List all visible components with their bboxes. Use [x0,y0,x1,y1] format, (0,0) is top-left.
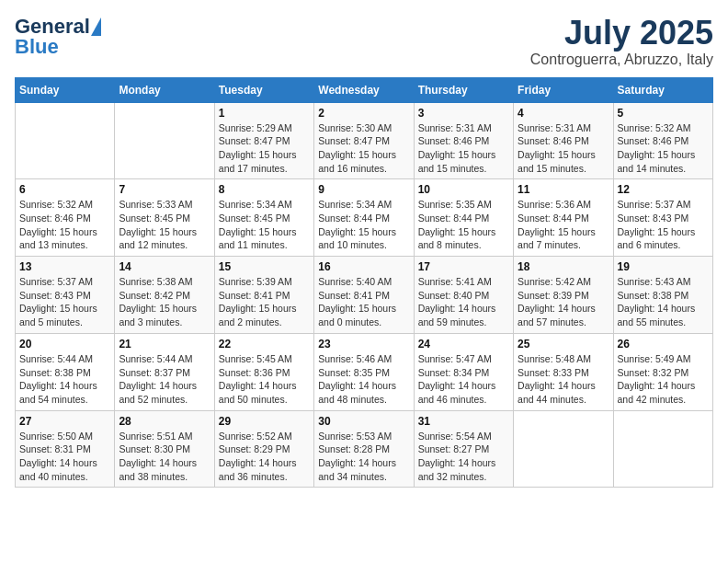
cell-content: Sunrise: 5:53 AMSunset: 8:28 PMDaylight:… [318,430,409,484]
calendar-table: SundayMondayTuesdayWednesdayThursdayFrid… [15,77,713,488]
calendar-cell: 31Sunrise: 5:54 AMSunset: 8:27 PMDayligh… [414,410,513,488]
day-number: 19 [618,260,709,273]
weekday-wednesday: Wednesday [314,77,414,102]
calendar-cell [16,102,115,179]
day-number: 9 [318,183,409,196]
calendar-cell: 19Sunrise: 5:43 AMSunset: 8:38 PMDayligh… [613,257,712,334]
day-number: 14 [119,260,210,273]
cell-content: Sunrise: 5:29 AMSunset: 8:47 PMDaylight:… [219,121,310,176]
calendar-cell: 15Sunrise: 5:39 AMSunset: 8:41 PMDayligh… [214,257,313,334]
day-number: 17 [418,260,509,273]
week-row-2: 6Sunrise: 5:32 AMSunset: 8:46 PMDaylight… [16,179,713,257]
calendar-cell [115,102,214,179]
day-number: 11 [518,183,609,196]
calendar-cell: 25Sunrise: 5:48 AMSunset: 8:33 PMDayligh… [514,333,613,410]
calendar-cell: 10Sunrise: 5:35 AMSunset: 8:44 PMDayligh… [414,179,513,257]
logo-blue-text: Blue [15,35,59,59]
title-block: July 2025 Controguerra, Abruzzo, Italy [530,15,713,68]
day-number: 4 [518,107,609,120]
page-header: General Blue July 2025 Controguerra, Abr… [15,15,713,68]
day-number: 15 [219,260,310,273]
calendar-cell: 2Sunrise: 5:30 AMSunset: 8:47 PMDaylight… [314,102,414,179]
cell-content: Sunrise: 5:32 AMSunset: 8:46 PMDaylight:… [19,198,110,252]
day-number: 30 [318,415,409,428]
day-number: 21 [119,338,210,350]
day-number: 27 [19,415,110,428]
calendar-cell: 6Sunrise: 5:32 AMSunset: 8:46 PMDaylight… [16,179,115,257]
day-number: 26 [618,338,709,350]
week-row-5: 27Sunrise: 5:50 AMSunset: 8:31 PMDayligh… [16,410,713,488]
calendar-cell: 1Sunrise: 5:29 AMSunset: 8:47 PMDaylight… [214,102,313,179]
cell-content: Sunrise: 5:36 AMSunset: 8:44 PMDaylight:… [518,198,609,252]
cell-content: Sunrise: 5:43 AMSunset: 8:38 PMDaylight:… [618,275,709,329]
day-number: 22 [219,338,310,350]
week-row-3: 13Sunrise: 5:37 AMSunset: 8:43 PMDayligh… [16,257,713,334]
cell-content: Sunrise: 5:35 AMSunset: 8:44 PMDaylight:… [418,198,509,252]
day-number: 5 [618,107,709,120]
weekday-friday: Friday [514,77,613,102]
day-number: 29 [219,415,310,428]
calendar-cell: 16Sunrise: 5:40 AMSunset: 8:41 PMDayligh… [314,257,414,334]
cell-content: Sunrise: 5:38 AMSunset: 8:42 PMDaylight:… [119,275,210,329]
page-subtitle: Controguerra, Abruzzo, Italy [530,52,713,68]
calendar-cell: 8Sunrise: 5:34 AMSunset: 8:45 PMDaylight… [214,179,313,257]
cell-content: Sunrise: 5:42 AMSunset: 8:39 PMDaylight:… [518,275,609,329]
calendar-cell: 27Sunrise: 5:50 AMSunset: 8:31 PMDayligh… [16,410,115,488]
cell-content: Sunrise: 5:41 AMSunset: 8:40 PMDaylight:… [418,275,509,329]
day-number: 13 [19,260,110,273]
day-number: 3 [418,107,509,120]
calendar-cell: 9Sunrise: 5:34 AMSunset: 8:44 PMDaylight… [314,179,414,257]
cell-content: Sunrise: 5:39 AMSunset: 8:41 PMDaylight:… [219,275,310,329]
calendar-cell: 23Sunrise: 5:46 AMSunset: 8:35 PMDayligh… [314,333,414,410]
calendar-cell: 3Sunrise: 5:31 AMSunset: 8:46 PMDaylight… [414,102,513,179]
day-number: 25 [518,338,609,350]
calendar-cell: 20Sunrise: 5:44 AMSunset: 8:38 PMDayligh… [16,333,115,410]
cell-content: Sunrise: 5:33 AMSunset: 8:45 PMDaylight:… [119,198,210,252]
calendar-cell: 17Sunrise: 5:41 AMSunset: 8:40 PMDayligh… [414,257,513,334]
day-number: 7 [119,183,210,196]
day-number: 1 [219,107,310,120]
weekday-tuesday: Tuesday [214,77,313,102]
day-number: 6 [19,183,110,196]
weekday-thursday: Thursday [414,77,513,102]
day-number: 28 [119,415,210,428]
week-row-1: 1Sunrise: 5:29 AMSunset: 8:47 PMDaylight… [16,102,713,179]
cell-content: Sunrise: 5:50 AMSunset: 8:31 PMDaylight:… [19,430,110,484]
day-number: 31 [418,415,509,428]
cell-content: Sunrise: 5:32 AMSunset: 8:46 PMDaylight:… [618,121,709,176]
cell-content: Sunrise: 5:54 AMSunset: 8:27 PMDaylight:… [418,430,509,484]
cell-content: Sunrise: 5:49 AMSunset: 8:32 PMDaylight:… [618,352,709,407]
week-row-4: 20Sunrise: 5:44 AMSunset: 8:38 PMDayligh… [16,333,713,410]
cell-content: Sunrise: 5:37 AMSunset: 8:43 PMDaylight:… [618,198,709,252]
cell-content: Sunrise: 5:47 AMSunset: 8:34 PMDaylight:… [418,352,509,407]
calendar-cell: 30Sunrise: 5:53 AMSunset: 8:28 PMDayligh… [314,410,414,488]
calendar-cell: 26Sunrise: 5:49 AMSunset: 8:32 PMDayligh… [613,333,712,410]
cell-content: Sunrise: 5:31 AMSunset: 8:46 PMDaylight:… [418,121,509,176]
cell-content: Sunrise: 5:34 AMSunset: 8:45 PMDaylight:… [219,198,310,252]
day-number: 10 [418,183,509,196]
day-number: 24 [418,338,509,350]
cell-content: Sunrise: 5:34 AMSunset: 8:44 PMDaylight:… [318,198,409,252]
day-number: 20 [19,338,110,350]
cell-content: Sunrise: 5:31 AMSunset: 8:46 PMDaylight:… [518,121,609,176]
calendar-cell: 28Sunrise: 5:51 AMSunset: 8:30 PMDayligh… [115,410,214,488]
weekday-saturday: Saturday [613,77,712,102]
cell-content: Sunrise: 5:37 AMSunset: 8:43 PMDaylight:… [19,275,110,329]
calendar-cell: 21Sunrise: 5:44 AMSunset: 8:37 PMDayligh… [115,333,214,410]
cell-content: Sunrise: 5:30 AMSunset: 8:47 PMDaylight:… [318,121,409,176]
calendar-cell: 5Sunrise: 5:32 AMSunset: 8:46 PMDaylight… [613,102,712,179]
calendar-cell: 12Sunrise: 5:37 AMSunset: 8:43 PMDayligh… [613,179,712,257]
calendar-cell: 11Sunrise: 5:36 AMSunset: 8:44 PMDayligh… [514,179,613,257]
calendar-cell: 4Sunrise: 5:31 AMSunset: 8:46 PMDaylight… [514,102,613,179]
calendar-cell [613,410,712,488]
cell-content: Sunrise: 5:48 AMSunset: 8:33 PMDaylight:… [518,352,609,407]
weekday-monday: Monday [115,77,214,102]
calendar-cell: 7Sunrise: 5:33 AMSunset: 8:45 PMDaylight… [115,179,214,257]
page-title: July 2025 [530,15,713,52]
weekday-header-row: SundayMondayTuesdayWednesdayThursdayFrid… [16,77,713,102]
calendar-cell: 13Sunrise: 5:37 AMSunset: 8:43 PMDayligh… [16,257,115,334]
logo: General Blue [15,15,101,59]
day-number: 23 [318,338,409,350]
cell-content: Sunrise: 5:52 AMSunset: 8:29 PMDaylight:… [219,430,310,484]
weekday-sunday: Sunday [16,77,115,102]
